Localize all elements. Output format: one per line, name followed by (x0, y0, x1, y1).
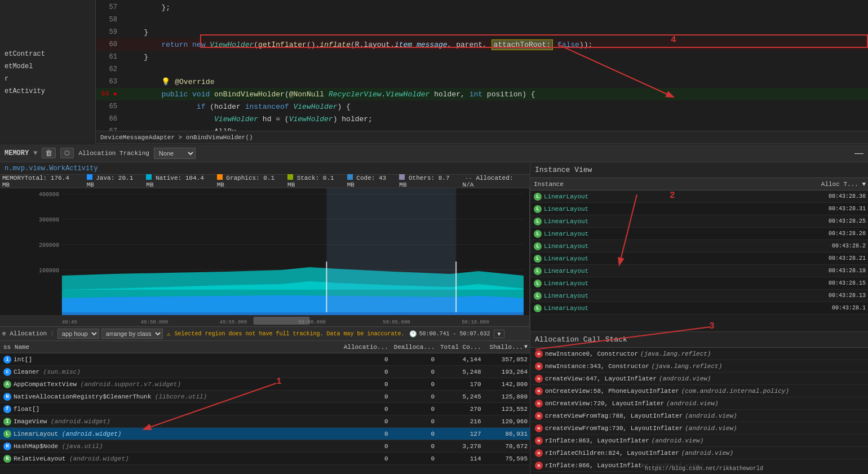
svg-text:50:00.000: 50:00.000 (298, 320, 326, 325)
inst-icon-3: L (534, 218, 542, 225)
app-name-bar: n.mvp.view.WorkActivity (0, 162, 530, 175)
breadcrumb: DeviceMessageAdapter > onBindViewHolder(… (96, 131, 868, 143)
callstack-item-1[interactable]: m newInstance0, Constructor (java.lang.r… (530, 348, 868, 360)
instance-row-10[interactable]: LLinearLayout00:43:28.1 (530, 302, 868, 314)
class-icon-hashmap: H (3, 442, 11, 450)
class-icon-cleaner: c (3, 368, 11, 376)
native-color-box (146, 174, 152, 180)
inst-icon-7: L (534, 267, 542, 275)
instance-col-instance: Instance (530, 181, 800, 188)
time-range: 50:00.741 - 50:07.632 (419, 331, 490, 337)
instance-row-4[interactable]: LLinearLayout00:43:28.26 (530, 228, 868, 240)
instance-row-6[interactable]: LLinearLayout00:43:28.21 (530, 252, 868, 265)
url-text: https://blog.csdn.net/rikkatheworld (645, 466, 763, 472)
cs-method-icon-9: m (535, 449, 543, 457)
callstack-panel: Allocation Call Stack m newInstance0, Co… (530, 331, 868, 474)
instance-row-9[interactable]: LLinearLayout00:43:28.13 (530, 290, 868, 302)
col-header-shallow: Shallo... ▼ (484, 344, 530, 351)
callstack-item-9[interactable]: m rInflateChildren:824, LayoutInflater (… (530, 447, 868, 459)
sidebar-item-etcontract[interactable]: etContract (0, 48, 95, 60)
cs-method-icon-4: m (535, 387, 543, 395)
inst-icon-1: L (534, 193, 542, 201)
class-row-int[interactable]: i int[] 0 0 4,144 357,052 (0, 353, 530, 366)
code-editor: 57 }; 58 59 } 60 return new ViewHolder(g… (96, 0, 868, 144)
cs-method-icon-5: m (535, 400, 543, 407)
instance-row-3[interactable]: LLinearLayout00:43:28.25 (530, 215, 868, 228)
instance-row-8[interactable]: LLinearLayout00:43:28.15 (530, 277, 868, 290)
gc-button[interactable]: ⬡ (60, 148, 74, 158)
annotation-4: 4 (671, 35, 676, 45)
sidebar-item-r[interactable]: r (0, 73, 95, 85)
inst-icon-6: L (534, 255, 542, 263)
class-name-nativealloc: N NativeAllocationRegistry$CleanerThunk … (0, 393, 344, 401)
callstack-item-7[interactable]: m createViewFromTag:730, LayoutInflater … (530, 422, 868, 435)
inst-icon-10: L (534, 304, 542, 312)
minimize-button[interactable]: — (854, 148, 863, 158)
class-row-float[interactable]: f float[] 0 0 270 123,552 (0, 403, 530, 415)
class-row-imageview[interactable]: I ImageView (android.widget) 0 0 216 120… (0, 415, 530, 428)
memory-stats-bar: MEMORYTotal: 176.4 MB Java: 20.1 MB Nati… (0, 175, 530, 188)
instance-row-2[interactable]: LLinearLayout00:43:28.31 (530, 203, 868, 215)
class-row-appcompat[interactable]: A AppCompatTextView (android.support.v7.… (0, 378, 530, 391)
others-stat: Others: 8.7 MB (399, 175, 449, 188)
class-name-imageview: I ImageView (android.widget) (0, 418, 344, 426)
svg-text:200000: 200000 (39, 242, 59, 249)
alloc-toolbar: e Allocation : app houp arrange by class… (0, 326, 530, 341)
callstack-item-3[interactable]: m createView:647, LayoutInflater (androi… (530, 373, 868, 385)
arrange-select[interactable]: arrange by class (101, 329, 163, 339)
app-name: n.mvp.view.WorkActivity (5, 165, 98, 172)
memory-label: MEMORY (5, 149, 29, 157)
filter-button[interactable]: ▼ (494, 330, 505, 338)
svg-text:49:55.000: 49:55.000 (220, 320, 247, 325)
code-line-61: 61 } (96, 51, 868, 63)
class-row-linearlayout[interactable]: L LinearLayout (android.widget) 0 0 127 … (0, 428, 530, 440)
cs-method-icon-3: m (535, 375, 543, 383)
instance-row-7[interactable]: LLinearLayout00:43:28.19 (530, 265, 868, 277)
svg-text:400000: 400000 (39, 192, 59, 198)
svg-text:100000: 100000 (39, 268, 59, 274)
inst-icon-4: L (534, 230, 542, 238)
svg-text:50:10.000: 50:10.000 (462, 320, 489, 325)
inst-icon-5: L (534, 242, 542, 250)
class-name-relativelayout: R RelativeLayout (android.widget) (0, 455, 344, 463)
col-header-total: Total Co... (437, 344, 483, 351)
callstack-item-8[interactable]: m rInflate:863, LayoutInflater (android.… (530, 435, 868, 447)
class-row-relativelayout[interactable]: R RelativeLayout (android.widget) 0 0 11… (0, 453, 530, 465)
class-icon-linearlayout: L (3, 430, 11, 438)
class-row-nativealloc[interactable]: N NativeAllocationRegistry$CleanerThunk … (0, 391, 530, 403)
inst-icon-8: L (534, 280, 542, 287)
annotation-2: 2 (670, 191, 675, 201)
stack-color-box (287, 174, 293, 180)
class-row-cleaner[interactable]: c Cleaner (sun.misc) 0 0 5,248 193,264 (0, 366, 530, 378)
class-icon-relativelayout: R (3, 455, 11, 463)
svg-text:50:05.000: 50:05.000 (383, 320, 410, 325)
cs-method-icon-10: m (535, 462, 543, 469)
left-sidebar: etContract etModel r etActivity (0, 0, 96, 144)
allocation-tracking-select[interactable]: None Sampled Full (154, 148, 196, 159)
svg-rect-12 (326, 188, 456, 312)
instance-col-alloc: Alloc T... ▼ (800, 181, 868, 188)
class-row-hashmap[interactable]: H HashMap$Node (java.util) 0 0 3,278 78,… (0, 440, 530, 453)
col-header-name: ss Name (0, 344, 344, 351)
instance-panel: Instance View Instance Alloc T... ▼ LLin… (530, 162, 868, 331)
instance-row-1[interactable]: LLinearLayout00:43:28.36 (530, 191, 868, 203)
warning-text: Selected region does not have full track… (174, 331, 404, 337)
instance-row-5[interactable]: LLinearLayout00:43:28.2 (530, 240, 868, 252)
clear-button[interactable]: 🗑 (42, 148, 56, 158)
class-name-int: i int[] (0, 356, 344, 364)
memory-chart: 400000 300000 200000 100000 49:45 49:50.… (0, 188, 530, 326)
callstack-item-5[interactable]: m onCreateView:720, LayoutInflater (andr… (530, 397, 868, 410)
java-stat: Java: 20.1 MB (87, 175, 134, 188)
callstack-item-6[interactable]: m createViewFromTag:788, LayoutInflater … (530, 410, 868, 422)
app-select[interactable]: app houp (57, 329, 99, 339)
callstack-item-2[interactable]: m newInstance:343, Constructor (java.lan… (530, 360, 868, 373)
class-name-cleaner: c Cleaner (sun.misc) (0, 368, 344, 376)
url-bar: https://blog.csdn.net/rikkatheworld (643, 463, 868, 474)
java-color-box (87, 174, 92, 180)
others-color-box (399, 174, 405, 180)
sidebar-item-etactivity[interactable]: etActivity (0, 85, 95, 98)
callstack-item-4[interactable]: m onCreateView:58, PhoneLayoutInflater (… (530, 385, 868, 397)
cs-method-icon-1: m (535, 350, 543, 358)
annotation-1: 1 (276, 376, 282, 387)
sidebar-item-etmodel[interactable]: etModel (0, 60, 95, 73)
